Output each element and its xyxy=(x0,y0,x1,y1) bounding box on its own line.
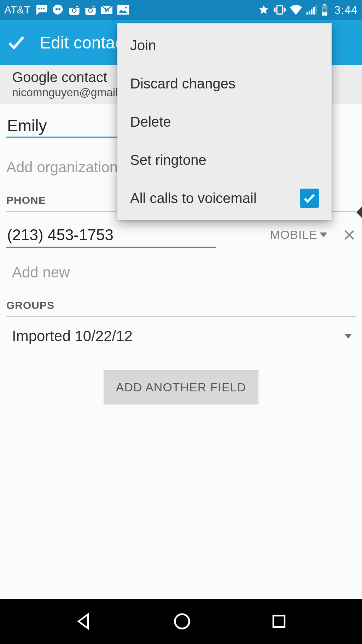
menu-item-label: All calls to voicemail xyxy=(130,190,257,206)
menu-item-ringtone[interactable]: Set ringtone xyxy=(117,141,332,179)
menu-item-label: Delete xyxy=(130,114,171,130)
menu-item-voicemail[interactable]: All calls to voicemail xyxy=(117,179,332,217)
voicemail-checkbox[interactable] xyxy=(300,189,319,208)
overflow-menu: Join Discard changes Delete Set ringtone… xyxy=(117,23,332,220)
menu-item-label: Discard changes xyxy=(130,76,235,92)
menu-item-discard[interactable]: Discard changes xyxy=(117,64,332,103)
menu-item-label: Set ringtone xyxy=(130,152,206,168)
check-icon xyxy=(303,191,316,205)
menu-item-label: Join xyxy=(130,38,156,53)
screen: AT&T M xyxy=(0,0,362,644)
menu-item-join[interactable]: Join xyxy=(117,26,332,64)
menu-item-delete[interactable]: Delete xyxy=(117,103,332,141)
